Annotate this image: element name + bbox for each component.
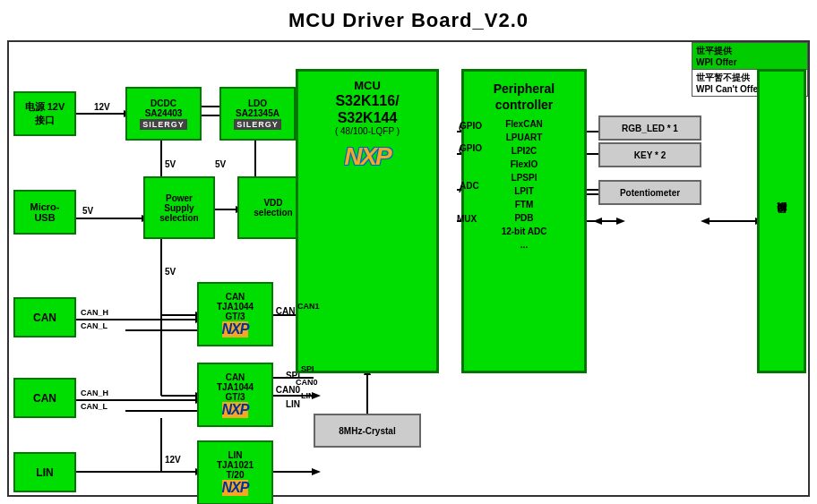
mcu-box: MCU S32K116/ S32K144 ( 48/100-LQFP ) NXP [296,69,439,373]
svg-marker-51 [312,468,321,475]
svg-text:CAN_H: CAN_H [81,308,108,317]
nxp-text: NXP [344,142,391,171]
key-label: KEY * 2 [634,150,666,160]
power-input-label: 电源 12V接口 [25,100,65,127]
lin-ic-box: LINTJA1021T/20 NXP [197,440,273,504]
power-supply-sel-label: PowerSupplyselection [159,193,198,223]
svg-text:5V: 5V [165,159,176,169]
gpio1-label: GPIO [460,121,482,131]
nxp-logo-3: NXP [222,480,249,496]
power-supply-sel-box: PowerSupplyselection [143,176,215,239]
svg-marker-66 [616,218,625,225]
ldo-box: LDOSA21345A SILERGY [219,87,296,141]
svg-text:5V: 5V [82,206,94,216]
mcu-part2: S32K144 [338,109,398,126]
svg-text:CAN_L: CAN_L [81,321,108,330]
key-box: KEY * 2 [598,142,701,167]
svg-text:5V: 5V [215,159,227,169]
page-title: MCU Driver Board_V2.0 [0,0,817,39]
peripheral-list: FlexCAN LPUART LPI2C FlexIO LPSPI LPIT F… [502,117,547,252]
gpio2-label: GPIO [460,143,482,153]
micro-usb-label: Micro-USB [30,201,60,223]
silergy-logo-1: SILERGY [140,119,187,130]
legend-wpi-offer: 世平提供 WPI Offer [692,43,807,70]
can2-label: CAN [33,392,56,405]
dcdc-label: DCDCSA24403 [145,98,183,118]
mcu-title-label: MCU [354,79,381,92]
svg-text:12V: 12V [165,455,181,465]
can-ic1-label: CANTJA1044GT/3 [217,292,254,321]
svg-text:12V: 12V [94,102,110,112]
peripheral-title: Peripheralcontroller [494,81,555,113]
mcu-port-can0: CAN0 [296,378,318,387]
crystal-label: 8MHz-Crystal [339,426,395,436]
can2-box: CAN [13,378,76,418]
crystal-box: 8MHz-Crystal [314,414,421,448]
micro-usb-box: Micro-USB [13,190,76,235]
nxp-logo-1: NXP [222,321,249,337]
mcu-sub: ( 48/100-LQFP ) [335,126,400,136]
can-ic1-box: CANTJA1044GT/3 NXP [197,282,273,346]
can1-label: CAN [33,312,56,324]
mcu-port-can1: CAN1 [297,302,320,311]
mcu-port-spi: SPI [301,364,314,373]
rgb-led-box: RGB_LED * 1 [598,115,701,141]
svg-text:CAN_L: CAN_L [81,402,108,411]
can1-box: CAN [13,297,76,337]
silergy-logo-2: SILERGY [234,119,281,130]
ldo-label: LDOSA21345A [236,98,280,118]
can-ic2-box: CANTJA1044GT/3 NXP [197,363,273,427]
dcdc-box: DCDCSA24403 SILERGY [125,87,202,141]
mcu-port-lin: LIN [301,391,314,400]
svg-text:LIN: LIN [286,399,300,409]
diagram-area: 世平提供 WPI Offer 世平暂不提供 WPI Can't Offer 12… [7,40,810,497]
lin-box: LIN [13,452,76,492]
mcu-nxp-logo: NXP [336,141,399,172]
power-input-box: 电源 12V接口 [13,91,76,136]
svg-text:CAN_H: CAN_H [81,389,108,397]
vdd-sel-label: VDDselection [254,198,292,218]
svg-text:5V: 5V [165,267,176,277]
potentiometer-box: Potentiometer [598,180,701,205]
right-panel-box: 板间接口 [757,69,806,373]
nxp-logo-2: NXP [222,402,249,418]
can-ic2-label: CANTJA1044GT/3 [217,372,254,402]
mux-label: MUX [457,214,477,224]
mcu-part1: S32K116/ [335,92,399,109]
svg-marker-67 [593,218,602,225]
lin-ic-label: LINTJA1021T/20 [217,450,254,480]
potentiometer-label: Potentiometer [620,188,680,198]
adc-label: ADC [460,181,479,191]
lin-label: LIN [36,466,53,479]
svg-marker-70 [701,218,710,225]
peripheral-box: Peripheralcontroller FlexCAN LPUART LPI2… [461,69,587,373]
rgb-led-label: RGB_LED * 1 [622,124,678,133]
